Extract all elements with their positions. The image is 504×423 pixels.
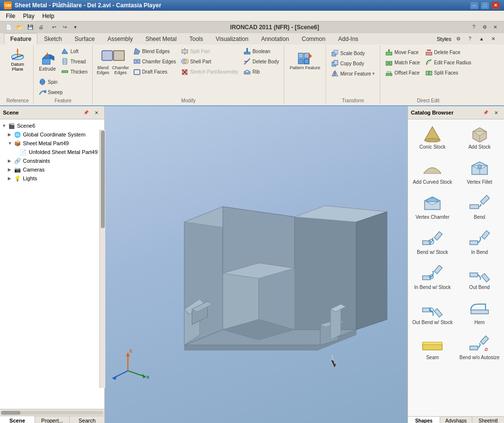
split-part-button[interactable]: Chamfer Edges xyxy=(131,57,178,66)
catalog-out-bend[interactable]: Out Bend xyxy=(457,262,503,293)
catalog-tab-sheetmtl[interactable]: Sheetmtl xyxy=(472,417,504,423)
qa-more-button[interactable]: ▾ xyxy=(71,22,80,32)
qa-redo-button[interactable]: ↪ xyxy=(60,22,70,32)
catalog-row-4: In Bend w/ Stock Out Bend xyxy=(410,262,502,293)
catalog-tab-advshaps[interactable]: Advshaps xyxy=(440,417,472,423)
maximize-button[interactable]: □ xyxy=(481,1,489,9)
catalog-seam[interactable]: Seam xyxy=(410,332,455,363)
scene-scrollbar[interactable] xyxy=(0,409,104,416)
qa-print-button[interactable]: 🖨 xyxy=(36,22,46,32)
qa-undo-button[interactable]: ↩ xyxy=(49,22,59,32)
tab-annotation[interactable]: Annotation xyxy=(255,33,295,44)
catalog-scrollthumb[interactable] xyxy=(101,131,105,228)
tab-sketch[interactable]: Sketch xyxy=(38,33,68,44)
stretch-part-button[interactable]: Split Part xyxy=(179,46,240,56)
scene-close-button[interactable]: ✕ xyxy=(92,108,101,117)
tree-item-constraints[interactable]: ▶ 🔗 Constraints xyxy=(2,156,102,165)
blend-edges-button[interactable]: Blend Edges xyxy=(96,64,110,76)
catalog-close-button[interactable]: ✕ xyxy=(491,108,501,117)
tab-tools[interactable]: Tools xyxy=(183,33,209,44)
qa-close-right-button[interactable]: ✕ xyxy=(490,22,500,32)
catalog-vertex-fillet[interactable]: Vertex Fillet xyxy=(457,156,503,188)
delete-face-button[interactable]: Delete Face xyxy=(423,47,473,57)
emboss-button[interactable]: Rib xyxy=(241,67,281,77)
scene-scrollthumb[interactable] xyxy=(1,411,20,415)
qa-settings-button[interactable]: ⚙ xyxy=(480,22,489,32)
match-face-button[interactable]: Match Face xyxy=(383,58,422,67)
thicken-button[interactable]: Thicken xyxy=(59,67,89,77)
tab-sheetmetal[interactable]: Sheet Metal xyxy=(139,33,183,44)
delete-body-button[interactable]: Stretch Part/Assembly xyxy=(179,67,240,77)
catalog-out-bend-w-stock[interactable]: Out Bend w/ Stock xyxy=(410,297,455,328)
help-button[interactable]: ? xyxy=(469,22,479,32)
offset-face-button[interactable]: Offset Face xyxy=(383,68,422,77)
copy-body-button[interactable]: Copy Body xyxy=(329,58,377,68)
tab-common[interactable]: Common xyxy=(295,33,332,44)
catalog-in-bend[interactable]: In Bend xyxy=(457,227,503,258)
ribbon-settings-button[interactable]: ⚙ xyxy=(453,34,463,44)
tree-item-global-coord[interactable]: ▶ 🌐 Global Coordinate System xyxy=(2,130,102,139)
catalog-bend-w-stock[interactable]: Bend w/ Stock xyxy=(410,227,455,258)
direct-edit-col1: Move Face Match Face xyxy=(383,46,422,77)
pattern-feature-button[interactable]: Pattern Feature xyxy=(287,46,323,75)
ribbon-close-button[interactable]: ✕ xyxy=(488,34,498,44)
svg-rect-24 xyxy=(134,59,136,63)
close-button[interactable]: ✕ xyxy=(491,1,500,9)
tab-visualization[interactable]: Visualization xyxy=(209,33,254,44)
move-face-button[interactable]: Move Face xyxy=(383,47,422,57)
chamfer-edges-button[interactable]: Chamfer Edges xyxy=(111,64,130,76)
menu-help[interactable]: Help xyxy=(39,12,58,20)
catalog-pin-button[interactable]: 📌 xyxy=(481,108,490,117)
catalog-add-stock[interactable]: Add Stock xyxy=(457,121,503,153)
shell-part-button[interactable]: Draft Faces xyxy=(131,67,178,77)
scale-body-button[interactable]: Scale Body xyxy=(329,48,377,58)
sweep-button[interactable]: Sweep xyxy=(37,87,65,97)
scene-tab-properties[interactable]: Propert... xyxy=(35,416,70,423)
tree-item-cameras[interactable]: ▶ 📷 Cameras xyxy=(2,165,102,174)
catalog-tab-shapes[interactable]: Shapes xyxy=(408,417,440,423)
extrude-button[interactable]: Extrude xyxy=(37,47,58,76)
trim-button[interactable]: Delete Body xyxy=(241,57,281,66)
viewport[interactable]: z x xyxy=(105,106,407,423)
catalog-conic-stock[interactable]: Conic Stock xyxy=(410,121,455,153)
minimize-button[interactable]: ─ xyxy=(470,1,479,9)
catalog-bend[interactable]: Bend xyxy=(457,192,503,223)
loft-button[interactable]: Loft xyxy=(59,46,89,56)
expander-constraints: ▶ xyxy=(8,158,14,163)
tab-feature[interactable]: Feature xyxy=(4,33,38,44)
spin-button[interactable]: Spin xyxy=(37,77,65,87)
mirror-feature-button[interactable]: Mirror Feature ▾ xyxy=(329,69,377,78)
boolean-button[interactable]: Shell Part xyxy=(179,57,240,66)
catalog-add-curved-stock[interactable]: Add Curved Stock xyxy=(410,156,455,188)
split-faces-button[interactable]: Split Faces xyxy=(423,68,473,77)
tree-item-lights[interactable]: ▶ 💡 Lights xyxy=(2,174,102,183)
scene-pin-button[interactable]: 📌 xyxy=(81,108,91,117)
catalog-bend-wo-autosize[interactable]: ∅ Bend w/o Autosize xyxy=(457,332,503,363)
menu-file[interactable]: File xyxy=(2,12,19,20)
menu-play[interactable]: Play xyxy=(19,12,38,20)
thread-button[interactable]: Thread xyxy=(59,57,89,66)
qa-save-button[interactable]: 💾 xyxy=(25,22,35,32)
catalog-scrollbar[interactable] xyxy=(99,130,105,388)
emboss-label: Rib xyxy=(252,69,260,75)
catalog-hem[interactable]: Hem xyxy=(457,297,503,328)
qa-open-button[interactable]: 📂 xyxy=(15,22,24,32)
catalog-vertex-chamfer[interactable]: Vertex Chamfer xyxy=(410,192,455,223)
datum-plane-button[interactable]: Datum Plane xyxy=(5,46,30,74)
tab-addins[interactable]: Add-Ins xyxy=(332,33,365,44)
catalog-in-bend-w-stock[interactable]: In Bend w/ Stock xyxy=(410,262,455,293)
tab-surface[interactable]: Surface xyxy=(68,33,101,44)
ribbon-minimize-button[interactable]: ▲ xyxy=(477,34,486,44)
tree-item-unfolded-sheet[interactable]: 📄 Unfolded Sheet Metal Part49 xyxy=(2,148,102,156)
rib-button[interactable]: Boolean xyxy=(241,46,281,56)
tab-assembly[interactable]: Assembly xyxy=(101,33,139,44)
scene-tab-scene[interactable]: Scene xyxy=(0,416,35,423)
tree-item-sheet-metal[interactable]: ▼ 📦 Sheet Metal Part49 xyxy=(2,139,102,148)
ribbon-help-button[interactable]: ? xyxy=(465,34,475,44)
draft-faces-button[interactable]: Blend Edges xyxy=(131,46,178,56)
tree-item-scene6[interactable]: ▼ 🎬 Scene6 xyxy=(2,121,102,130)
edit-face-radius-button[interactable]: Edit Face Radius xyxy=(423,58,473,67)
qa-new-button[interactable]: 📄 xyxy=(4,22,14,32)
thicken-label: Thicken xyxy=(70,69,87,75)
scene-tab-search[interactable]: Search xyxy=(70,416,104,423)
